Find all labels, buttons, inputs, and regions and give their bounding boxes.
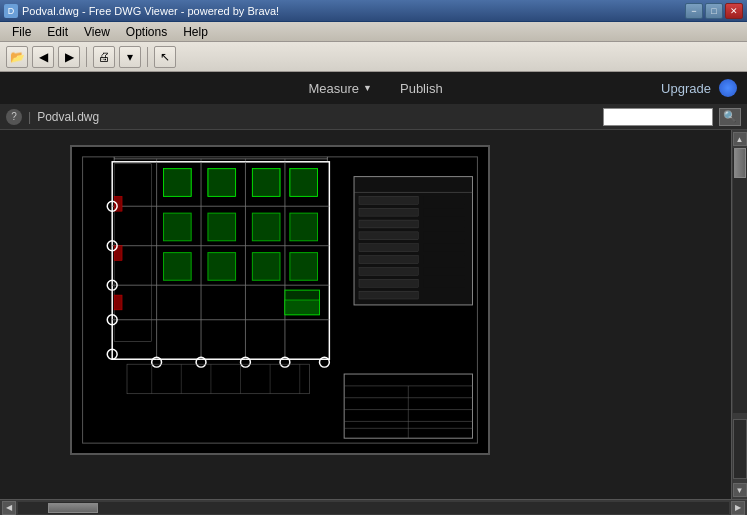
menu-bar: File Edit View Options Help <box>0 22 747 42</box>
horizontal-scrollbar[interactable]: ◀ ▶ <box>0 499 747 515</box>
action-bar: Measure ▼ Publish Upgrade <box>0 72 747 104</box>
svg-rect-31 <box>114 246 122 261</box>
open-button[interactable]: 📂 <box>6 46 28 68</box>
svg-rect-59 <box>423 232 464 240</box>
svg-rect-25 <box>252 253 280 281</box>
search-button[interactable]: 🔍 <box>719 108 741 126</box>
svg-rect-67 <box>423 279 464 287</box>
svg-rect-15 <box>252 169 280 197</box>
svg-rect-17 <box>290 169 318 197</box>
publish-button[interactable]: Publish <box>386 77 457 100</box>
breadcrumb-filename: Podval.dwg <box>37 110 99 124</box>
svg-rect-54 <box>359 208 418 216</box>
svg-rect-60 <box>359 244 418 252</box>
help-icon[interactable]: ? <box>6 109 22 125</box>
print-button[interactable]: 🖨 <box>93 46 115 68</box>
back-button[interactable]: ◀ <box>32 46 54 68</box>
measure-button[interactable]: Measure ▼ <box>294 77 386 100</box>
search-input[interactable] <box>603 108 713 126</box>
title-bar: D Podval.dwg - Free DWG Viewer - powered… <box>0 0 747 22</box>
svg-rect-55 <box>423 208 464 216</box>
address-bar: ? | Podval.dwg 🔍 <box>0 104 747 130</box>
toolbar-separator-1 <box>86 47 87 67</box>
svg-rect-57 <box>423 220 464 228</box>
close-button[interactable]: ✕ <box>725 3 743 19</box>
svg-rect-63 <box>423 256 464 264</box>
svg-rect-26 <box>290 253 318 281</box>
svg-rect-66 <box>359 279 418 287</box>
scroll-thumb-vertical[interactable] <box>734 148 746 178</box>
svg-rect-11 <box>164 169 192 197</box>
main-container: ▲ ▼ ◀ ▶ <box>0 130 747 515</box>
menu-options[interactable]: Options <box>118 23 175 41</box>
scroll-thumb-horizontal[interactable] <box>48 503 98 513</box>
svg-rect-22 <box>290 213 318 241</box>
print-dropdown[interactable]: ▾ <box>119 46 141 68</box>
svg-rect-65 <box>423 267 464 275</box>
toolbar-separator-2 <box>147 47 148 67</box>
svg-rect-28 <box>285 300 320 315</box>
svg-rect-24 <box>208 253 236 281</box>
globe-icon[interactable] <box>719 79 737 97</box>
vertical-scrollbar[interactable]: ▲ ▼ <box>731 130 747 499</box>
window-controls: − □ ✕ <box>685 3 743 19</box>
svg-rect-61 <box>423 244 464 252</box>
scroll-down-button[interactable]: ▼ <box>733 483 747 497</box>
window-title: Podval.dwg - Free DWG Viewer - powered b… <box>22 5 279 17</box>
minimize-button[interactable]: − <box>685 3 703 19</box>
svg-rect-56 <box>359 220 418 228</box>
upgrade-button[interactable]: Upgrade <box>661 81 711 96</box>
cad-drawing <box>72 147 488 453</box>
svg-rect-68 <box>359 291 418 299</box>
app-icon: D <box>4 4 18 18</box>
forward-button[interactable]: ▶ <box>58 46 80 68</box>
svg-rect-21 <box>252 213 280 241</box>
scroll-left-button[interactable]: ◀ <box>2 501 16 515</box>
menu-edit[interactable]: Edit <box>39 23 76 41</box>
svg-rect-64 <box>359 267 418 275</box>
svg-rect-32 <box>114 295 122 310</box>
svg-rect-58 <box>359 232 418 240</box>
scroll-track-horizontal[interactable] <box>18 502 729 514</box>
svg-rect-62 <box>359 256 418 264</box>
svg-rect-20 <box>208 213 236 241</box>
svg-rect-19 <box>164 213 192 241</box>
menu-help[interactable]: Help <box>175 23 216 41</box>
main-toolbar: 📂 ◀ ▶ 🖨 ▾ ↖ <box>0 42 747 72</box>
svg-rect-52 <box>359 196 418 204</box>
measure-dropdown-arrow: ▼ <box>363 83 372 93</box>
scroll-right-button[interactable]: ▶ <box>731 501 745 515</box>
svg-rect-30 <box>114 196 122 211</box>
maximize-button[interactable]: □ <box>705 3 723 19</box>
svg-rect-23 <box>164 253 192 281</box>
scroll-track-vertical[interactable] <box>733 148 747 413</box>
menu-view[interactable]: View <box>76 23 118 41</box>
cursor-button[interactable]: ↖ <box>154 46 176 68</box>
canvas-area[interactable] <box>0 130 731 499</box>
menu-file[interactable]: File <box>4 23 39 41</box>
address-separator: | <box>28 110 31 124</box>
svg-rect-53 <box>423 196 464 204</box>
svg-rect-13 <box>208 169 236 197</box>
dwg-viewport[interactable] <box>70 145 490 455</box>
scroll-up-button[interactable]: ▲ <box>733 132 747 146</box>
